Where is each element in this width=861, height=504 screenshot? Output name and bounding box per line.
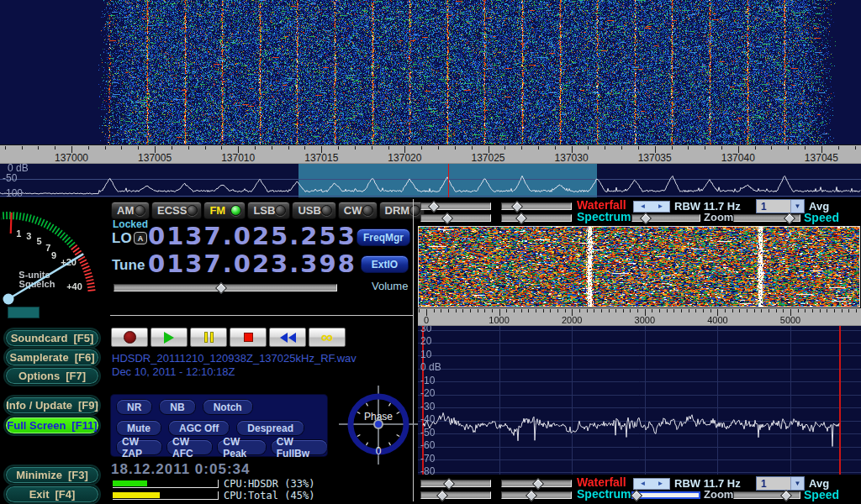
scale-tick [272, 146, 272, 150]
scale-tick [557, 309, 558, 312]
tune-frequency-display[interactable]: 0137.023.398 [148, 251, 357, 276]
dsp-button-cw-zap[interactable]: CW ZAP [117, 440, 161, 454]
side-button-label: Soundcard [11, 332, 68, 344]
spectrum-gain-slider[interactable] [501, 214, 572, 222]
led-off-icon [135, 205, 145, 216]
spectrum-level-slider[interactable] [420, 214, 491, 222]
scale-tick [304, 146, 305, 150]
rf-waterfall[interactable] [0, 0, 861, 144]
spectrum-level-slider-thumb[interactable] [436, 489, 448, 501]
volume-slider[interactable] [114, 284, 337, 291]
audio-frequency-scale[interactable]: 010002000300040005000 [418, 307, 861, 326]
spectrum-gain-slider-thumb[interactable] [526, 489, 537, 501]
play-button[interactable] [151, 328, 188, 347]
side-button-key: [F9] [78, 399, 98, 412]
zoom-slider-thumb[interactable] [631, 489, 642, 501]
waterfall-level-slider-thumb[interactable] [443, 477, 455, 489]
mode-button-usb[interactable]: USB [292, 202, 335, 219]
dropdown-arrow-icon[interactable]: ▼ [790, 477, 804, 490]
scale-tick [550, 309, 551, 312]
led-off-icon [275, 205, 286, 216]
side-button-exit[interactable]: Exit[F4] [5, 486, 99, 503]
tune-cursor[interactable] [448, 164, 449, 197]
waterfall-level-slider[interactable] [420, 202, 491, 210]
side-button-label: Full Screen [7, 419, 66, 432]
side-button-label: Options [18, 370, 60, 382]
zoom-slider-thumb[interactable] [640, 212, 652, 223]
mode-button-cw[interactable]: CW [338, 202, 378, 219]
scale-tick [38, 146, 39, 150]
mode-button-ecss[interactable]: ECSS [151, 202, 202, 219]
scale-tick [771, 146, 772, 150]
side-button-info-update[interactable]: Info / Update[F9] [5, 396, 99, 414]
scale-tick [205, 146, 206, 150]
db-label: 0 dB [420, 362, 441, 372]
dsp-button-agc-off[interactable]: AGC Off [169, 421, 229, 435]
record-button[interactable] [111, 328, 148, 347]
mode-button-lsb[interactable]: LSB [247, 202, 290, 219]
mode-button-am[interactable]: AM [111, 202, 150, 219]
speed-slider[interactable] [733, 491, 800, 499]
dsp-button-nb[interactable]: NB [160, 400, 194, 414]
side-button-soundcard[interactable]: Soundcard[F5] [5, 329, 99, 347]
waterfall-gain-slider-thumb[interactable] [511, 200, 523, 212]
side-button-minimize[interactable]: Minimize[F3] [5, 466, 99, 484]
rbw-spinner[interactable]: ◄► [633, 201, 670, 213]
dropdown-arrow-icon[interactable]: ▼ [790, 200, 804, 213]
squelch-tab[interactable] [8, 307, 40, 318]
extio-button[interactable]: ExtIO [361, 255, 409, 273]
side-button-samplerate[interactable]: Samplerate[F6] [5, 349, 99, 366]
waterfall-gain-slider-thumb[interactable] [532, 477, 544, 489]
speed-label: Speed [804, 212, 839, 223]
rf-spectrum[interactable]: 0 dB-50-100 [0, 164, 861, 197]
zoom-slider[interactable] [631, 214, 700, 222]
spin-right-icon[interactable]: ► [658, 480, 664, 487]
scale-tick [812, 309, 813, 312]
volume-slider-thumb[interactable] [215, 281, 227, 293]
spectrum-level-slider[interactable] [420, 491, 491, 499]
audio-spectrum[interactable]: 3020100 dB-10-20-30-40-50-60-70-80 [418, 326, 861, 475]
spin-left-icon[interactable]: ◄ [640, 203, 647, 210]
dsp-button-cw-afc[interactable]: CW AFC [167, 440, 212, 454]
side-button-options[interactable]: Options[F7] [5, 367, 99, 385]
pause-icon [204, 332, 214, 343]
dsp-button-despread[interactable]: Despread [237, 421, 304, 435]
scale-tick [623, 309, 624, 312]
side-button-key: [F7] [66, 370, 86, 382]
speed-slider-thumb[interactable] [780, 489, 792, 501]
lo-frequency-display[interactable]: 0137.025.253 [148, 223, 357, 249]
waterfall-level-slider-thumb[interactable] [428, 200, 440, 212]
spectrum-gain-slider[interactable] [501, 491, 572, 499]
scale-tick [747, 309, 747, 312]
pause-button[interactable] [190, 328, 227, 347]
side-button-full-screen[interactable]: Full Screen[F11] [5, 417, 99, 434]
loop-button[interactable]: ∞ [309, 328, 346, 347]
mode-button-fm[interactable]: FM [203, 202, 246, 219]
spin-left-icon[interactable]: ◄ [640, 480, 647, 487]
rbw-spinner[interactable]: ◄► [633, 478, 670, 490]
dsp-button-nr[interactable]: NR [117, 400, 151, 414]
avg-select[interactable]: 1▼ [756, 476, 805, 491]
frequency-scale[interactable]: 1370001370051370101370151370201370251370… [0, 144, 861, 164]
speed-slider-thumb[interactable] [784, 212, 795, 223]
spectrum-level-slider-thumb[interactable] [441, 212, 453, 223]
dsp-button-mute[interactable]: Mute [117, 421, 161, 435]
waterfall-gain-slider[interactable] [501, 202, 572, 210]
rewind-button[interactable] [269, 328, 306, 347]
waterfall-gain-slider[interactable] [501, 480, 572, 487]
avg-select[interactable]: 1▼ [756, 199, 805, 213]
dsp-button-cw-fullbw[interactable]: CW FullBw [272, 440, 327, 454]
stop-button[interactable] [230, 328, 267, 347]
dsp-button-notch[interactable]: Notch [203, 400, 252, 414]
speed-slider[interactable] [733, 214, 800, 222]
meter-caption: Squelch [19, 279, 55, 289]
dsp-button-cw-peak[interactable]: CW Peak [218, 440, 266, 454]
spin-right-icon[interactable]: ► [658, 203, 664, 210]
spectrum-gain-slider-thumb[interactable] [515, 212, 527, 223]
waterfall-level-slider[interactable] [420, 480, 491, 487]
freqmgr-button[interactable]: FreqMgr [357, 228, 410, 246]
zoom-slider[interactable] [631, 491, 700, 499]
lo-lock-badge[interactable]: A [134, 232, 147, 244]
audio-waterfall[interactable] [419, 227, 859, 307]
cpu-total-fill [113, 492, 160, 498]
